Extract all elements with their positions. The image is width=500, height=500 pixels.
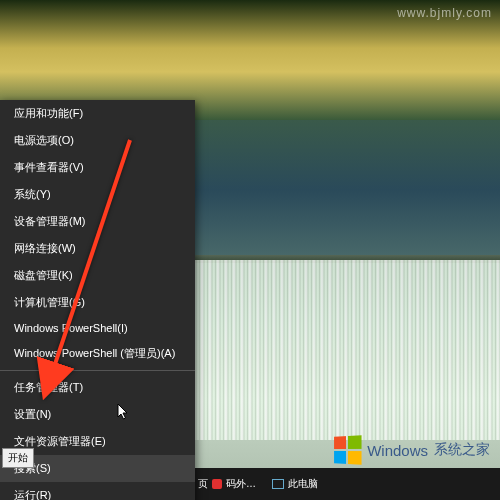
menu-label: 设置(N): [14, 408, 51, 420]
menu-power-options[interactable]: 电源选项(O): [0, 127, 195, 154]
menu-separator: [0, 370, 195, 371]
menu-label: 事件查看器(V): [14, 161, 84, 173]
menu-label: 应用和功能(F): [14, 107, 83, 119]
tooltip-text: 开始: [8, 452, 28, 463]
app-label: 此电脑: [288, 477, 318, 491]
menu-label: 系统(Y): [14, 188, 51, 200]
url-watermark: www.bjmly.com: [397, 6, 492, 20]
menu-label: 设备管理器(M): [14, 215, 86, 227]
menu-system[interactable]: 系统(Y): [0, 181, 195, 208]
taskbar-app-item[interactable]: 页 码外…: [190, 468, 264, 500]
menu-network-connections[interactable]: 网络连接(W): [0, 235, 195, 262]
menu-powershell-admin[interactable]: Windows PowerShell (管理员)(A): [0, 340, 195, 367]
menu-computer-management[interactable]: 计算机管理(G): [0, 289, 195, 316]
menu-label: 运行(R): [14, 489, 51, 500]
site-watermark: Windows 系统之家: [333, 436, 490, 464]
menu-label: 任务管理器(T): [14, 381, 83, 393]
taskbar-this-pc[interactable]: 此电脑: [264, 468, 326, 500]
app-prefix: 页: [198, 477, 208, 491]
desktop-wallpaper: www.bjmly.com 应用和功能(F) 电源选项(O) 事件查看器(V) …: [0, 0, 500, 500]
winx-context-menu: 应用和功能(F) 电源选项(O) 事件查看器(V) 系统(Y) 设备管理器(M)…: [0, 100, 195, 500]
menu-settings[interactable]: 设置(N): [0, 401, 195, 428]
app-badge-icon: [212, 479, 222, 489]
menu-device-manager[interactable]: 设备管理器(M): [0, 208, 195, 235]
menu-task-manager[interactable]: 任务管理器(T): [0, 374, 195, 401]
windows-logo-icon: [334, 435, 361, 465]
start-tooltip: 开始: [2, 448, 34, 468]
menu-apps-features[interactable]: 应用和功能(F): [0, 100, 195, 127]
menu-label: 计算机管理(G): [14, 296, 85, 308]
watermark-brand: Windows: [367, 442, 428, 459]
monitor-icon: [272, 479, 284, 489]
menu-powershell[interactable]: Windows PowerShell(I): [0, 316, 195, 340]
menu-label: 网络连接(W): [14, 242, 76, 254]
menu-label: Windows PowerShell (管理员)(A): [14, 347, 175, 359]
watermark-sub: 系统之家: [434, 441, 490, 459]
menu-label: Windows PowerShell(I): [14, 322, 128, 334]
menu-label: 磁盘管理(K): [14, 269, 73, 281]
menu-run[interactable]: 运行(R): [0, 482, 195, 500]
menu-disk-management[interactable]: 磁盘管理(K): [0, 262, 195, 289]
menu-label: 电源选项(O): [14, 134, 74, 146]
app-suffix: 码外…: [226, 477, 256, 491]
menu-event-viewer[interactable]: 事件查看器(V): [0, 154, 195, 181]
menu-label: 文件资源管理器(E): [14, 435, 106, 447]
